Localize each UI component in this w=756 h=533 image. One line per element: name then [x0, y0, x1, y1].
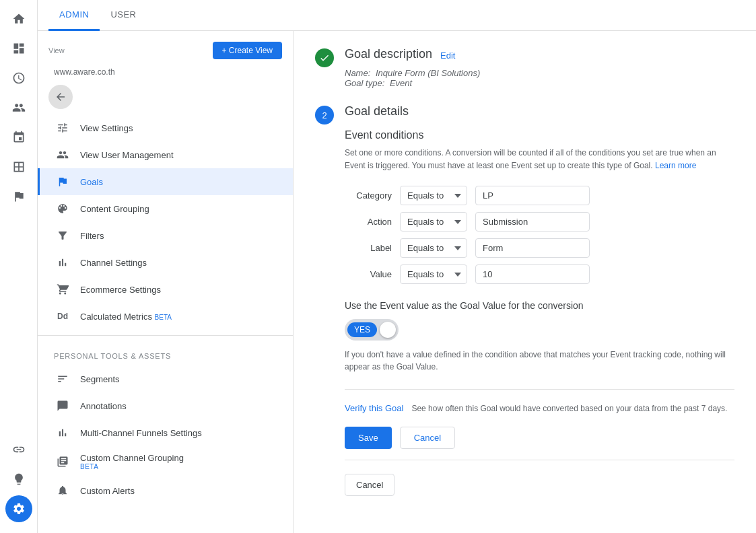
goal-details-section: 2 Goal details Event conditions Set one …	[315, 104, 734, 496]
tab-user[interactable]: USER	[100, 0, 147, 31]
multi-channel-icon	[56, 426, 69, 439]
value-label: Value	[345, 269, 392, 279]
goal-type: Goal type: Event	[345, 78, 480, 88]
nav-view-settings-label: View Settings	[80, 123, 133, 133]
goal-description-section: Goal description Edit Name: Inquire Form…	[315, 47, 734, 88]
beta-badge-1: BETA	[155, 314, 172, 321]
settings-icon	[56, 121, 69, 135]
nav-goals-label: Goals	[80, 177, 103, 187]
domain-label: www.aware.co.th	[38, 67, 293, 85]
nav-custom-channel[interactable]: Custom Channel Grouping BETA	[38, 446, 293, 477]
nav-multi-channel-label: Multi-Channel Funnels Settings	[80, 428, 202, 438]
integration-icon[interactable]	[5, 124, 32, 151]
category-operator[interactable]: Equals to	[400, 186, 467, 205]
action-buttons: Save Cancel	[345, 427, 734, 449]
goal-details-content: Goal details Event conditions Set one or…	[345, 104, 734, 496]
clock-icon[interactable]	[5, 65, 32, 92]
goals-icon	[56, 175, 69, 188]
flag-icon[interactable]	[5, 183, 32, 210]
nav-custom-alerts[interactable]: Custom Alerts	[38, 477, 293, 504]
nav-filters[interactable]: Filters	[38, 222, 293, 249]
content-grouping-icon	[56, 202, 69, 215]
nav-user-management[interactable]: View User Management	[38, 141, 293, 168]
label-operator[interactable]: Equals to	[400, 238, 467, 258]
link-icon[interactable]	[5, 436, 32, 463]
save-button[interactable]: Save	[345, 427, 392, 449]
nav-user-management-label: View User Management	[80, 150, 174, 160]
value-value[interactable]	[475, 264, 590, 284]
learn-more-link[interactable]: Learn more	[655, 161, 696, 170]
action-value[interactable]	[475, 212, 590, 232]
right-panel: Goal description Edit Name: Inquire Form…	[294, 31, 756, 533]
nav-calculated-metrics[interactable]: Dd Calculated Metrics BETA	[38, 303, 293, 330]
table-icon[interactable]	[5, 153, 32, 180]
goal-details-title: Goal details	[345, 104, 734, 118]
custom-channel-icon	[56, 455, 69, 468]
nav-content-grouping-label: Content Grouping	[80, 204, 149, 214]
view-label: View	[48, 46, 65, 55]
nav-view-settings[interactable]: View Settings	[38, 114, 293, 141]
nav-custom-alerts-label: Custom Alerts	[80, 486, 135, 496]
people-icon[interactable]	[5, 94, 32, 121]
calc-metrics-icon: Dd	[56, 310, 69, 323]
gear-settings-icon[interactable]	[5, 495, 32, 522]
goal-description-title: Goal description	[345, 47, 432, 61]
nav-segments[interactable]: Segments	[38, 365, 293, 392]
category-value[interactable]	[475, 186, 590, 205]
bulb-icon[interactable]	[5, 466, 32, 493]
nav-channel-settings-label: Channel Settings	[80, 258, 147, 268]
bottom-cancel-button[interactable]: Cancel	[345, 474, 394, 496]
annotations-icon	[56, 399, 69, 413]
action-operator[interactable]: Equals to	[400, 212, 467, 232]
custom-alerts-icon	[56, 484, 69, 497]
nav-ecommerce-label: Ecommerce Settings	[80, 285, 161, 295]
toggle-description: If you don't have a value defined in the…	[345, 349, 734, 373]
nav-calculated-metrics-label: Calculated Metrics BETA	[80, 312, 172, 322]
label-label: Label	[345, 243, 392, 253]
people-nav-icon	[56, 148, 69, 162]
nav-segments-label: Segments	[80, 374, 120, 384]
nav-channel-settings[interactable]: Channel Settings	[38, 249, 293, 276]
filters-icon	[56, 229, 69, 242]
toggle-no-circle	[380, 322, 396, 338]
create-view-button[interactable]: + Create View	[213, 42, 283, 59]
verify-goal-link[interactable]: Verify this Goal	[345, 403, 403, 413]
bottom-cancel-row: Cancel	[345, 460, 734, 496]
personal-section-label: PERSONAL TOOLS & ASSETS	[38, 341, 293, 365]
verify-section: Verify this Goal See how often this Goal…	[345, 389, 734, 413]
edit-link[interactable]: Edit	[440, 50, 455, 61]
cancel-button[interactable]: Cancel	[400, 427, 455, 449]
toggle-section: Use the Event value as the Goal Value fo…	[345, 300, 734, 373]
condition-row-label: Label Equals to	[345, 238, 734, 258]
home-icon[interactable]	[5, 5, 32, 32]
category-label: Category	[345, 190, 392, 201]
nav-content-grouping[interactable]: Content Grouping	[38, 195, 293, 222]
nav-goals[interactable]: Goals	[38, 168, 293, 195]
goal-name: Name: Inquire Form (BI Solutions)	[345, 68, 480, 78]
main-container: ADMIN USER View + Create View www.aware.…	[38, 0, 756, 533]
nav-annotations[interactable]: Annotations	[38, 392, 293, 419]
toggle-title: Use the Event value as the Goal Value fo…	[345, 300, 734, 311]
step2-circle: 2	[315, 106, 334, 125]
dashboard-icon[interactable]	[5, 35, 32, 62]
ecommerce-icon	[56, 283, 69, 296]
step1-circle	[315, 48, 334, 67]
content-split: View + Create View www.aware.co.th View …	[38, 31, 756, 533]
verify-description: See how often this Goal would have conve…	[411, 404, 727, 413]
event-conditions-title: Event conditions	[345, 129, 734, 141]
segments-icon	[56, 372, 69, 386]
panel-header: View + Create View	[38, 42, 293, 67]
toggle-yes-label: YES	[347, 322, 377, 337]
value-operator[interactable]: Equals to	[400, 264, 467, 284]
icon-sidebar	[0, 0, 38, 533]
condition-row-value: Value Equals to	[345, 264, 734, 284]
nav-ecommerce[interactable]: Ecommerce Settings	[38, 276, 293, 303]
label-value[interactable]	[475, 238, 590, 258]
goal-value-toggle[interactable]: YES	[345, 319, 399, 341]
tab-admin[interactable]: ADMIN	[48, 0, 100, 31]
nav-custom-channel-label: Custom Channel Grouping BETA	[80, 453, 184, 470]
back-button[interactable]	[48, 85, 73, 109]
condition-row-action: Action Equals to	[345, 212, 734, 232]
nav-multi-channel[interactable]: Multi-Channel Funnels Settings	[38, 419, 293, 446]
action-label: Action	[345, 217, 392, 227]
